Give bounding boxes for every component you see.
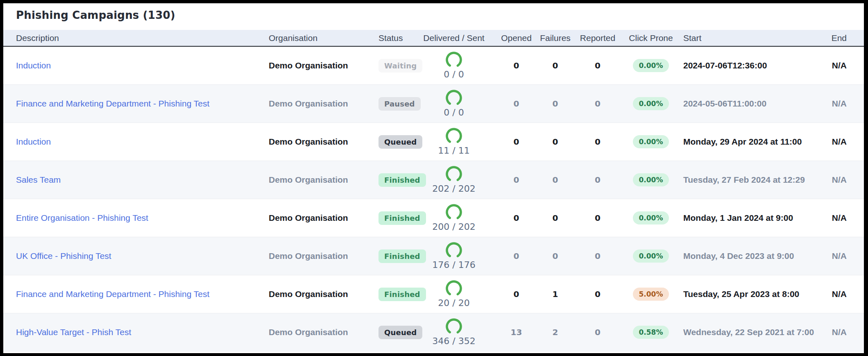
- campaigns-table: Induction Demo Organisation Waiting 0 / …: [3, 47, 864, 351]
- delivered-sent-count: 202 / 202: [432, 184, 475, 194]
- delivered-sent-count: 0 / 0: [444, 107, 464, 118]
- column-header-failures: Failures: [538, 33, 573, 43]
- start-cell: Monday, 1 Jan 2024 at 9:00: [679, 213, 816, 223]
- column-header-reported: Reported: [573, 33, 623, 43]
- end-cell: N/A: [816, 289, 864, 299]
- campaign-link[interactable]: Finance and Marketing Department - Phish…: [16, 99, 209, 108]
- reported-cell: 0: [573, 251, 623, 261]
- click-prone-badge: 0.58%: [633, 326, 669, 339]
- start-cell: Monday, 4 Dec 2023 at 9:00: [679, 251, 816, 261]
- organisation-cell: Demo Organisation: [261, 61, 374, 70]
- table-row: UK Office - Phishing Test Demo Organisat…: [3, 237, 864, 275]
- organisation-cell: Demo Organisation: [261, 99, 374, 109]
- status-cell: Queued: [374, 135, 413, 149]
- click-prone-badge: 0.00%: [633, 249, 669, 263]
- organisation-cell: Demo Organisation: [261, 175, 374, 185]
- table-row: Induction Demo Organisation Queued 11 / …: [3, 123, 864, 161]
- column-header-delivered: Delivered / Sent: [413, 33, 495, 43]
- campaign-link[interactable]: UK Office - Phishing Test: [16, 251, 111, 261]
- click-prone-badge: 0.00%: [633, 59, 669, 72]
- progress-ring-icon: [446, 318, 462, 335]
- click-prone-cell: 0.00%: [623, 135, 679, 148]
- reported-cell: 0: [573, 99, 623, 109]
- phishing-campaigns-panel: Phishing Campaigns (130) DescriptionOrga…: [3, 3, 864, 353]
- description-cell: Induction: [3, 137, 261, 147]
- reported-cell: 0: [573, 289, 623, 299]
- click-prone-cell: 0.00%: [623, 173, 679, 186]
- progress-ring-icon: [446, 128, 462, 144]
- click-prone-cell: 0.00%: [623, 59, 679, 72]
- delivered-sent-count: 0 / 0: [444, 69, 464, 79]
- progress-ring-icon: [446, 242, 462, 258]
- failures-cell: 0: [538, 99, 573, 109]
- status-cell: Paused: [374, 97, 413, 111]
- delivered-sent-cell: 200 / 202: [413, 199, 495, 237]
- campaign-link[interactable]: Finance and Marketing Department - Phish…: [16, 289, 209, 299]
- failures-cell: 1: [538, 289, 573, 299]
- column-header-end: End: [816, 33, 864, 43]
- progress-ring-icon: [446, 90, 462, 106]
- campaign-link[interactable]: Entire Organisation - Phishing Test: [16, 213, 148, 222]
- description-cell: UK Office - Phishing Test: [3, 251, 261, 261]
- column-header-status: Status: [374, 33, 413, 43]
- end-cell: N/A: [816, 327, 864, 337]
- failures-cell: 0: [538, 213, 573, 223]
- click-prone-badge: 0.00%: [633, 211, 669, 224]
- reported-cell: 0: [573, 213, 623, 223]
- progress-ring-icon: [446, 280, 462, 297]
- campaign-link[interactable]: Induction: [16, 137, 51, 146]
- organisation-cell: Demo Organisation: [261, 289, 374, 299]
- delivered-sent-count: 20 / 20: [438, 298, 469, 308]
- organisation-cell: Demo Organisation: [261, 251, 374, 261]
- opened-cell: 13: [495, 327, 538, 337]
- opened-cell: 0: [495, 251, 538, 261]
- delivered-sent-cell: 11 / 11: [413, 123, 495, 161]
- organisation-cell: Demo Organisation: [261, 327, 374, 337]
- table-header-row: DescriptionOrganisationStatusDelivered /…: [3, 30, 864, 47]
- status-cell: Finished: [374, 211, 413, 225]
- page-title: Phishing Campaigns (130): [3, 3, 864, 30]
- start-cell: 2024-05-06T11:00:00: [679, 99, 816, 109]
- delivered-sent-cell: 0 / 0: [413, 47, 495, 84]
- delivered-sent-cell: 0 / 0: [413, 85, 495, 122]
- click-prone-badge: 5.00%: [633, 288, 669, 301]
- delivered-sent-count: 176 / 176: [432, 260, 475, 270]
- delivered-sent-count: 346 / 352: [432, 336, 475, 346]
- failures-cell: 2: [538, 327, 573, 337]
- campaign-link[interactable]: High-Value Target - Phish Test: [16, 327, 131, 337]
- opened-cell: 0: [495, 61, 538, 70]
- table-row: Finance and Marketing Department - Phish…: [3, 275, 864, 313]
- progress-ring-icon: [446, 204, 462, 220]
- organisation-cell: Demo Organisation: [261, 213, 374, 223]
- campaign-link[interactable]: Induction: [16, 61, 51, 70]
- opened-cell: 0: [495, 289, 538, 299]
- table-row: High-Value Target - Phish Test Demo Orga…: [3, 313, 864, 351]
- click-prone-cell: 0.00%: [623, 97, 679, 110]
- column-header-description: Description: [3, 33, 261, 43]
- status-cell: Waiting: [374, 59, 413, 73]
- campaign-link[interactable]: Sales Team: [16, 175, 61, 184]
- start-cell: Monday, 29 Apr 2024 at 11:00: [679, 137, 816, 147]
- table-row: Sales Team Demo Organisation Finished 20…: [3, 161, 864, 199]
- end-cell: N/A: [816, 137, 864, 147]
- click-prone-cell: 0.58%: [623, 326, 679, 339]
- column-header-opened: Opened: [495, 33, 538, 43]
- table-row: Induction Demo Organisation Waiting 0 / …: [3, 47, 864, 85]
- progress-ring-icon: [446, 52, 462, 68]
- column-header-start: Start: [679, 33, 816, 43]
- end-cell: N/A: [816, 61, 864, 70]
- failures-cell: 0: [538, 61, 573, 70]
- opened-cell: 0: [495, 99, 538, 109]
- table-row: Entire Organisation - Phishing Test Demo…: [3, 199, 864, 237]
- start-cell: Tuesday, 27 Feb 2024 at 12:29: [679, 175, 816, 185]
- reported-cell: 0: [573, 61, 623, 70]
- click-prone-cell: 0.00%: [623, 211, 679, 224]
- reported-cell: 0: [573, 327, 623, 337]
- status-cell: Finished: [374, 249, 413, 263]
- description-cell: Finance and Marketing Department - Phish…: [3, 289, 261, 299]
- end-cell: N/A: [816, 175, 864, 185]
- opened-cell: 0: [495, 175, 538, 185]
- status-cell: Finished: [374, 288, 413, 301]
- delivered-sent-cell: 176 / 176: [413, 237, 495, 275]
- delivered-sent-count: 11 / 11: [438, 145, 469, 156]
